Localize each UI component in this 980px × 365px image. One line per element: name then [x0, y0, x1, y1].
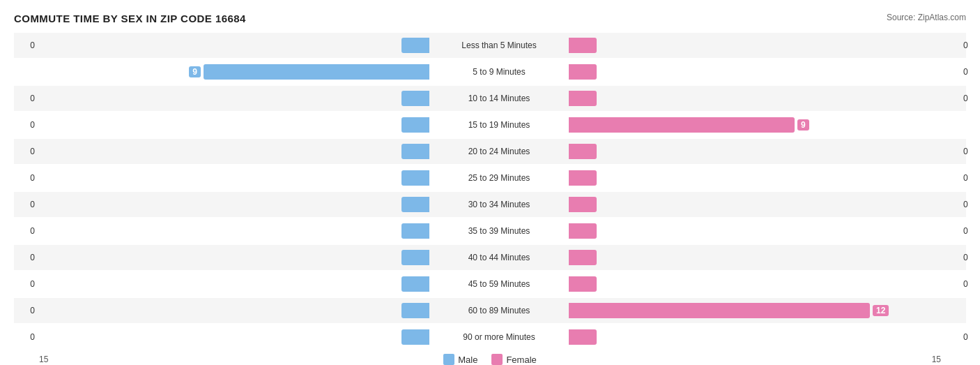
right-value: 0: [959, 173, 980, 183]
bar-row: 040 to 44 Minutes0: [14, 245, 966, 270]
bar-row: 95 to 9 Minutes0: [14, 59, 966, 84]
male-bar: [401, 276, 429, 292]
row-label: 35 to 39 Minutes: [429, 226, 569, 236]
bar-row: 090 or more Minutes0: [14, 325, 966, 350]
left-value: 0: [14, 173, 39, 183]
header: COMMUTE TIME BY SEX IN ZIP CODE 16684 So…: [14, 13, 966, 24]
right-bar-area: [569, 38, 959, 53]
bar-row: 020 to 24 Minutes0: [14, 139, 966, 164]
male-bar: [401, 223, 429, 239]
left-value: 0: [14, 120, 39, 130]
male-bar: [401, 170, 429, 186]
male-bar: [401, 197, 429, 212]
bar-row: 045 to 59 Minutes0: [14, 271, 966, 297]
left-bar-area: [39, 329, 429, 345]
left-bar-area: [39, 91, 429, 106]
right-bar-area: [569, 64, 959, 80]
bar-row: 030 to 34 Minutes0: [14, 192, 966, 217]
female-bar: [569, 117, 795, 133]
bar-row: 035 to 39 Minutes0: [14, 218, 966, 244]
legend-female: Female: [491, 354, 536, 365]
right-bar-area: [569, 223, 959, 239]
bar-row: 0Less than 5 Minutes0: [14, 33, 966, 58]
female-bar: [569, 38, 597, 53]
right-value: 0: [959, 332, 980, 342]
male-label: Male: [458, 355, 477, 365]
female-bar: [569, 197, 597, 212]
left-bar-area: [39, 276, 429, 292]
left-bar-area: 9: [39, 64, 429, 80]
male-bar: [401, 303, 429, 318]
row-label: 60 to 89 Minutes: [429, 306, 569, 315]
bar-row: 060 to 89 Minutes12: [14, 298, 966, 323]
right-bar-area: [569, 170, 959, 186]
row-label: 30 to 34 Minutes: [429, 200, 569, 209]
left-bar-area: [39, 250, 429, 265]
left-value: 0: [14, 332, 39, 342]
left-value: 0: [14, 94, 39, 103]
left-value: 0: [14, 147, 39, 156]
bar-row: 015 to 19 Minutes9: [14, 112, 966, 137]
male-swatch: [443, 354, 454, 365]
left-bar-area: [39, 144, 429, 159]
bar-row: 010 to 14 Minutes0: [14, 86, 966, 111]
row-label: 45 to 59 Minutes: [429, 279, 569, 289]
right-value: 0: [959, 200, 980, 209]
female-bar: [569, 329, 597, 345]
chart-title: COMMUTE TIME BY SEX IN ZIP CODE 16684: [14, 13, 246, 24]
axis-right-label: 15: [932, 355, 966, 364]
left-bar-area: [39, 197, 429, 212]
row-label: Less than 5 Minutes: [429, 40, 569, 50]
source-label: Source: ZipAtlas.com: [887, 13, 966, 22]
male-bar: [204, 64, 429, 80]
male-bar: [401, 250, 429, 265]
right-value: 0: [959, 40, 980, 50]
left-value: 0: [14, 40, 39, 50]
left-value: 0: [14, 279, 39, 289]
male-bar: [401, 117, 429, 133]
female-swatch: [491, 354, 503, 365]
left-value: 0: [14, 226, 39, 236]
legend: Male Female: [443, 354, 537, 365]
male-bar: [401, 329, 429, 345]
right-bar-area: [569, 329, 959, 345]
row-label: 20 to 24 Minutes: [429, 147, 569, 156]
axis-left-label: 15: [14, 355, 48, 364]
female-bar: [569, 303, 870, 318]
female-bar: [569, 144, 597, 159]
right-value: 0: [959, 253, 980, 262]
female-bar: [569, 91, 597, 106]
chart-bars: 0Less than 5 Minutes095 to 9 Minutes0010…: [14, 33, 966, 350]
right-bar-area: [569, 91, 959, 106]
left-bar-area: [39, 38, 429, 53]
right-value: 0: [959, 94, 980, 103]
right-value: 0: [959, 226, 980, 236]
row-label: 40 to 44 Minutes: [429, 253, 569, 262]
female-bar: [569, 276, 597, 292]
left-bar-area: [39, 223, 429, 239]
bar-row: 025 to 29 Minutes0: [14, 165, 966, 191]
row-label: 5 to 9 Minutes: [429, 67, 569, 77]
left-value: 0: [14, 253, 39, 262]
left-value: 0: [14, 306, 39, 315]
row-label: 15 to 19 Minutes: [429, 120, 569, 130]
right-bar-area: [569, 197, 959, 212]
chart-footer: 15 Male Female 15: [14, 354, 966, 365]
right-bar-area: 9: [569, 117, 959, 133]
chart-container: COMMUTE TIME BY SEX IN ZIP CODE 16684 So…: [14, 13, 966, 365]
row-label: 25 to 29 Minutes: [429, 173, 569, 183]
male-bar: [401, 144, 429, 159]
female-bar: [569, 250, 597, 265]
female-value-badge: 9: [797, 119, 809, 131]
left-bar-area: [39, 170, 429, 186]
left-bar-area: [39, 117, 429, 133]
female-label: Female: [506, 355, 536, 365]
left-value: 0: [14, 200, 39, 209]
right-bar-area: [569, 276, 959, 292]
right-bar-area: 12: [569, 303, 959, 318]
right-bar-area: [569, 250, 959, 265]
male-bar: [401, 91, 429, 106]
male-value-badge: 9: [189, 66, 201, 77]
female-bar: [569, 223, 597, 239]
male-bar: [401, 38, 429, 53]
